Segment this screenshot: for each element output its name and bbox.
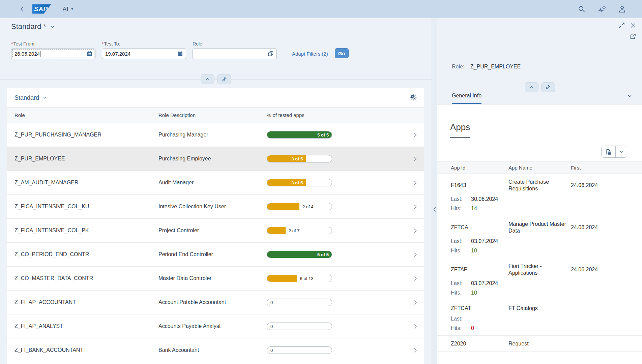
column-header-role[interactable]: Role: [14, 112, 158, 118]
collapse-section-button[interactable]: [627, 93, 633, 99]
chevron-down-icon: [619, 149, 624, 154]
role-filter-input[interactable]: [193, 49, 277, 59]
page-title: Standard *: [11, 22, 46, 31]
chevron-right-icon[interactable]: [412, 180, 418, 186]
tab-general-info[interactable]: General Info: [452, 87, 482, 104]
column-header-first[interactable]: First: [571, 165, 642, 171]
apps-table-body: F1643 Create Purchase Requisitions 24.06…: [437, 174, 642, 352]
chevron-left-icon[interactable]: [432, 206, 437, 214]
table-row[interactable]: Z_CO_PERIOD_END_CONTR Periond End Contro…: [7, 243, 424, 267]
export-button[interactable]: [602, 146, 616, 157]
app-last-label: Last:: [451, 280, 468, 286]
search-button[interactable]: [578, 5, 585, 13]
value-help-icon[interactable]: [268, 51, 274, 58]
app-name: Request: [508, 340, 571, 347]
panel-body: Apps App Id App Name First F16: [437, 104, 642, 364]
chevron-up-icon: [529, 85, 534, 90]
tested-apps-progress: 2 of 7: [267, 227, 332, 234]
open-in-new-window-button[interactable]: [630, 33, 636, 40]
expand-panel-button[interactable]: [618, 22, 625, 29]
table-variant-selector[interactable]: Standard: [14, 94, 48, 101]
role-id: Z_FI_AP_ACCOUNTANT: [14, 299, 158, 305]
table-row[interactable]: Z_FICA_INTENSIVE_COL_KU Intesive Collect…: [7, 195, 424, 219]
adapt-filters-link[interactable]: Adapt Filters (2): [292, 51, 328, 57]
table-row[interactable]: Z_FI_AP_ACCOUNTANT Account Patable Accou…: [7, 291, 424, 314]
table-row[interactable]: Z_PUR_PURCHASING_MANAGER Purchasing Mana…: [7, 123, 424, 147]
panel-role-line: Role: Z_PUR_EMPLOYEE: [452, 64, 521, 70]
calendar-icon[interactable]: [177, 51, 183, 58]
user-button[interactable]: [618, 5, 626, 13]
export-menu-button[interactable]: [616, 146, 627, 157]
role-description: Master Data Controler: [158, 275, 267, 281]
table-row[interactable]: Z_FI_BANK_ACCOUNTANT Bank Accountant 0: [7, 338, 424, 362]
role-id: Z_PUR_EMPLOYEE: [14, 156, 158, 162]
progress-label: 5 of 5: [267, 131, 332, 139]
app-id: ZFTCA: [451, 224, 508, 231]
chevron-right-icon[interactable]: [412, 276, 418, 281]
client-selector[interactable]: AT ▾: [63, 6, 73, 12]
chevron-down-icon: [627, 93, 633, 99]
column-header-tested-apps[interactable]: % of tested apps: [267, 112, 332, 118]
go-button[interactable]: Go: [335, 48, 349, 58]
role-description: Accounts Payable Analyst: [158, 323, 267, 329]
chevron-down-icon: ▾: [71, 7, 73, 11]
role-description: Purchasing Employee: [158, 156, 267, 162]
app-hits-value: 0: [471, 325, 474, 331]
chevron-down-icon: [42, 95, 48, 100]
table-row[interactable]: Z_AM_AUDIT_MANAGER Audit Manager 3 of 5: [7, 171, 424, 195]
tested-apps-progress: 5 of 5: [267, 131, 332, 139]
panel-splitter[interactable]: [432, 18, 437, 364]
table-row[interactable]: Z_PUR_EMPLOYEE Purchasing Employee 3 of …: [7, 147, 424, 171]
progress-label: 0: [270, 347, 273, 354]
table-row[interactable]: Z_CO_MASTER_DATA_CONTR Master Data Contr…: [7, 267, 424, 291]
app-row[interactable]: ZFTCAT FT Catalogs Last: Hits: 0: [437, 300, 642, 336]
sap-logo[interactable]: SAP: [32, 4, 51, 14]
test-from-group: *Test From: 26.05.2024: [11, 41, 95, 59]
collapse-panel-header-button[interactable]: [525, 82, 538, 92]
role-id: Z_FI_BANK_ACCOUNTANT: [14, 347, 158, 353]
close-panel-button[interactable]: [630, 22, 636, 29]
chevron-right-icon[interactable]: [412, 156, 418, 162]
main-area: Standard * *Test From: 26.05.2024 *Test …: [0, 18, 432, 364]
app-health-button[interactable]: [597, 5, 606, 13]
tested-apps-progress: 3 of 5: [267, 179, 332, 186]
panel-tab-bar: General Info: [437, 87, 642, 104]
test-to-group: *Test To: 19.07.2024: [102, 41, 186, 59]
required-marker: *: [102, 41, 104, 47]
progress-label: 6 of 13: [300, 275, 314, 282]
chevron-right-icon[interactable]: [412, 347, 418, 353]
app-id: ZFTAP: [451, 267, 508, 273]
test-to-input[interactable]: 19.07.2024: [102, 49, 186, 59]
role-filter-label: Role:: [193, 41, 204, 47]
column-header-app-name[interactable]: App Name: [508, 165, 571, 171]
chevron-right-icon[interactable]: [412, 132, 418, 138]
app-first-date: 24.06.2024: [571, 267, 631, 273]
app-row[interactable]: ZFTAP Fiori Tracker - Applications 24.06…: [437, 258, 642, 300]
pin-panel-header-button[interactable]: [541, 82, 555, 92]
chevron-right-icon[interactable]: [412, 204, 418, 210]
progress-label: 3 of 5: [267, 155, 306, 162]
table-settings-button[interactable]: [410, 94, 417, 102]
app-row[interactable]: F1643 Create Purchase Requisitions 24.06…: [437, 174, 642, 216]
test-from-input[interactable]: 26.05.2024: [11, 49, 95, 59]
progress-label: 0: [270, 323, 273, 330]
app-row[interactable]: ZFTCA Manage Product Master Data 24.06.2…: [437, 216, 642, 258]
chevron-right-icon[interactable]: [412, 300, 418, 305]
pin-filter-bar-button[interactable]: [217, 74, 231, 84]
variant-selector[interactable]: Standard *: [0, 18, 432, 31]
collapse-filter-bar-button[interactable]: [201, 74, 214, 84]
role-description: Intesive Collection Key User: [158, 204, 267, 210]
column-header-app-id[interactable]: App Id: [451, 165, 508, 171]
calendar-icon[interactable]: [86, 51, 92, 58]
column-header-role-description[interactable]: Role Description: [158, 112, 267, 118]
chevron-right-icon[interactable]: [412, 324, 418, 329]
chevron-right-icon[interactable]: [412, 252, 418, 257]
tested-apps-progress: 3 of 5: [267, 155, 332, 162]
test-to-label: Test To:: [104, 41, 120, 47]
table-row[interactable]: Z_FICA_INTENSIVE_COL_PK Project Controle…: [7, 219, 424, 243]
chevron-right-icon[interactable]: [412, 228, 418, 234]
table-row[interactable]: Z_FI_AP_ANALYST Accounts Payable Analyst…: [7, 314, 424, 338]
app-row[interactable]: Z2020 Request: [437, 336, 642, 352]
back-button[interactable]: [19, 6, 26, 12]
close-icon: [630, 23, 636, 28]
